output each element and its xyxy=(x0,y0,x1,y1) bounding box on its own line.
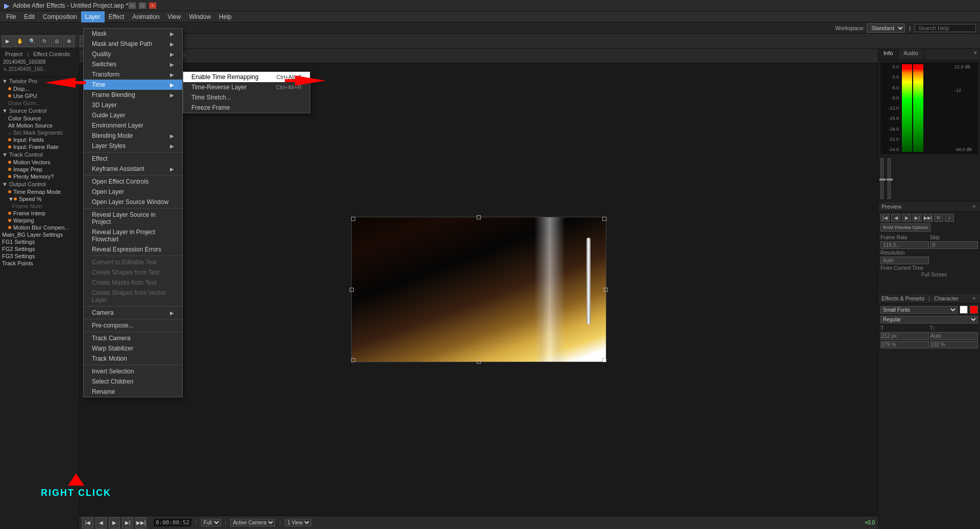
ctx-quality[interactable]: Quality ▶ xyxy=(84,49,182,59)
submenu-freeze-frame[interactable]: Freeze Frame xyxy=(183,103,310,113)
ctx-camera[interactable]: Camera ▶ xyxy=(84,308,182,318)
preview-end[interactable]: ▶▶| xyxy=(923,214,933,222)
menu-animation[interactable]: Animation xyxy=(128,11,163,22)
playback-play[interactable]: ▶ xyxy=(109,517,120,528)
layer-frame-interp[interactable]: Frame Interp xyxy=(0,210,79,217)
layer-frame-num[interactable]: Frame Num xyxy=(0,203,79,210)
audio-slider-right-track[interactable] xyxy=(888,158,891,199)
tool-select[interactable]: ▶ xyxy=(2,36,13,47)
corner-mr[interactable] xyxy=(604,288,608,292)
ctx-reveal-expression[interactable]: Reveal Expression Errors xyxy=(84,244,182,255)
maximize-button[interactable]: □ xyxy=(138,2,146,9)
font-select[interactable]: Small Fonts xyxy=(880,306,958,314)
resolution-value[interactable]: Auto xyxy=(880,257,929,264)
right-panel-expand[interactable]: ▼ xyxy=(971,49,980,60)
ctx-mask-shape[interactable]: Mask and Shape Path ▶ xyxy=(84,39,182,49)
layer-warping[interactable]: Warping xyxy=(0,217,79,224)
corner-tl[interactable] xyxy=(351,217,355,221)
ctx-layer-styles[interactable]: Layer Styles ▶ xyxy=(84,141,182,151)
playback-prev-frame[interactable]: ◀ xyxy=(95,517,107,528)
ctx-track-camera[interactable]: Track Camera xyxy=(84,333,182,343)
skip-value[interactable]: 0 xyxy=(930,241,978,249)
layer-image-prep[interactable]: Image Prep xyxy=(0,166,79,173)
search-help-input[interactable] xyxy=(915,24,976,32)
menu-composition[interactable]: Composition xyxy=(39,11,81,22)
ctx-reveal-flowchart[interactable]: Reveal Layer in Project Flowchart xyxy=(84,227,182,244)
ctx-rename[interactable]: Rename xyxy=(84,387,182,397)
ctx-frame-blending[interactable]: Frame Blending ▶ xyxy=(84,90,182,100)
minimize-button[interactable]: – xyxy=(128,2,136,9)
ctx-transform[interactable]: Transform ▶ xyxy=(84,69,182,80)
corner-br[interactable] xyxy=(602,358,606,362)
layer-fg3[interactable]: FG3 Settings xyxy=(0,253,79,260)
corner-mb[interactable] xyxy=(477,360,481,364)
ctx-guide-layer[interactable]: Guide Layer xyxy=(84,110,182,120)
layer-use-gpu[interactable]: Use GPU xyxy=(0,92,79,99)
layer-source-control[interactable]: ▼ Source Control xyxy=(0,107,79,115)
layer-input-fields[interactable]: Input: Fields xyxy=(0,136,79,143)
ctx-blending-mode[interactable]: Blending Mode ▶ xyxy=(84,131,182,141)
scale-v[interactable]: 132 % xyxy=(930,341,978,348)
corner-tr[interactable] xyxy=(602,217,606,221)
playback-next-frame[interactable]: ▶| xyxy=(122,517,133,528)
corner-mt[interactable] xyxy=(477,215,481,219)
close-button[interactable]: × xyxy=(149,2,157,9)
menu-window[interactable]: Window xyxy=(185,11,215,22)
audio-slider-left-track[interactable] xyxy=(880,158,884,199)
preview-mute[interactable]: ♪ xyxy=(945,214,954,222)
menu-file[interactable]: File xyxy=(2,11,20,22)
view-select[interactable]: 1 View xyxy=(285,519,311,526)
tab-audio[interactable]: Audio xyxy=(898,49,923,60)
ctx-precompose[interactable]: Pre-compose... xyxy=(84,320,182,331)
ctx-open-effect-controls[interactable]: Open Effect Controls xyxy=(84,177,182,187)
layer-plenty-mem[interactable]: Plenty Memory? xyxy=(0,173,79,180)
layer-track-control[interactable]: ▼ Track Control xyxy=(0,150,79,159)
layer-src-mark[interactable]: ⬦ Src Mark Segments xyxy=(0,129,79,136)
layer-track-points[interactable]: Track Points xyxy=(0,260,79,267)
menu-edit[interactable]: Edit xyxy=(20,11,39,22)
preview-next[interactable]: ▶| xyxy=(913,214,922,222)
ctx-mask[interactable]: Mask ▶ xyxy=(84,29,182,39)
workspace-select[interactable]: Standard xyxy=(867,23,905,33)
menu-view[interactable]: View xyxy=(164,11,185,22)
preview-collapse[interactable]: ▼ xyxy=(971,204,977,210)
layer-draw-gizm[interactable]: Draw Gizm... xyxy=(0,99,79,107)
ctx-environment-layer[interactable]: Environment Layer xyxy=(84,120,182,131)
preview-ram[interactable]: RAM Preview Options xyxy=(880,223,930,232)
color-swatch-white[interactable] xyxy=(960,306,968,314)
layer-input-fr[interactable]: Input: Frame Rate xyxy=(0,143,79,150)
layer-color-source[interactable]: Color Source xyxy=(0,115,79,122)
ctx-keyframe-assistant[interactable]: Keyframe Assistant ▶ xyxy=(84,164,182,174)
layer-fg1[interactable]: FG1 Settings xyxy=(0,238,79,245)
project-item[interactable]: 20140405_160309 xyxy=(1,58,78,66)
preview-loop[interactable]: ↻ xyxy=(934,214,943,222)
effect-controls-tab[interactable]: Effect Controls xyxy=(31,51,72,58)
frame-rate-value[interactable]: 119.3... xyxy=(880,241,929,249)
layer-motion-vectors[interactable]: Motion Vectors xyxy=(0,159,79,166)
ctx-switches[interactable]: Switches ▶ xyxy=(84,59,182,69)
layer-motion-blur[interactable]: Motion Blur Compen... xyxy=(0,224,79,231)
tool-hand[interactable]: ✋ xyxy=(14,36,26,47)
size-input[interactable]: 212 px xyxy=(880,332,929,340)
tool-camera[interactable]: ◎ xyxy=(51,36,62,47)
preview-play[interactable]: ▶ xyxy=(902,214,911,222)
corner-bl[interactable] xyxy=(351,358,355,362)
layer-main-bg[interactable]: Main_BG Layer Settings xyxy=(0,231,79,238)
playback-start[interactable]: |◀ xyxy=(82,517,93,528)
tool-pan[interactable]: ⊕ xyxy=(63,36,75,47)
ctx-open-layer[interactable]: Open Layer xyxy=(84,187,182,197)
ctx-warp-stabilizer[interactable]: Warp Stabilizer xyxy=(84,343,182,354)
resolution-select[interactable]: Full xyxy=(201,519,221,526)
ctx-3d-layer[interactable]: 3D Layer xyxy=(84,100,182,110)
menu-effect[interactable]: Effect xyxy=(105,11,128,22)
tool-rotate[interactable]: ↻ xyxy=(39,36,50,47)
scale-h[interactable]: 179 % xyxy=(880,341,929,348)
effects-collapse[interactable]: ▼ xyxy=(971,295,977,301)
layer-output-control[interactable]: ▼ Output Control xyxy=(0,180,79,188)
ctx-invert-selection[interactable]: Invert Selection xyxy=(84,366,182,376)
layer-time-remap[interactable]: Time Remap Mode xyxy=(0,188,79,195)
ctx-select-children[interactable]: Select Children xyxy=(84,376,182,387)
ctx-track-motion[interactable]: Track Motion xyxy=(84,354,182,364)
corner-ml[interactable] xyxy=(350,288,354,292)
ctx-effect[interactable]: Effect xyxy=(84,154,182,164)
